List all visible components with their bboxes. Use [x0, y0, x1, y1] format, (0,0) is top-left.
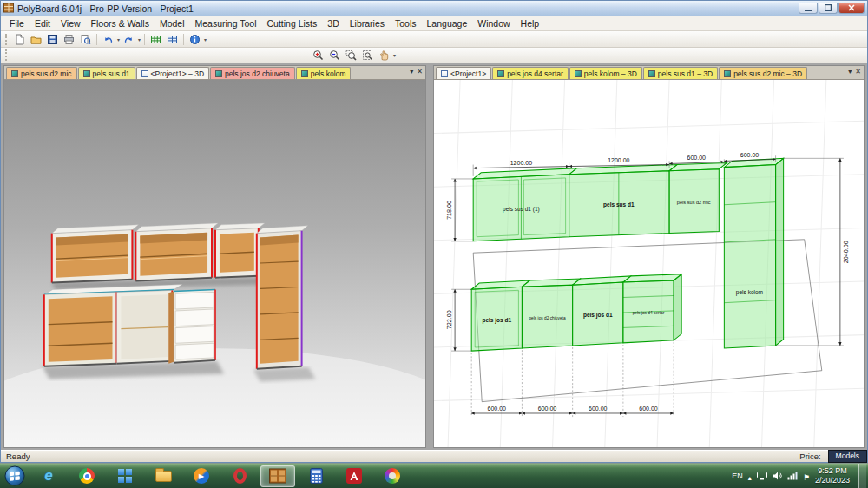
tab-label: pels kolom [311, 69, 346, 78]
taskbar-clock[interactable]: 9:52 PM 2/20/2023 [815, 466, 850, 485]
print-preview-icon[interactable] [77, 32, 94, 47]
language-indicator[interactable]: EN [732, 472, 743, 480]
tab-pels-jos-d2-chiuveta[interactable]: pels jos d2 chiuveta [210, 67, 295, 79]
volume-icon[interactable] [773, 472, 782, 480]
render-3d-viewport[interactable] [4, 80, 425, 447]
windows-app-button[interactable] [108, 465, 142, 487]
display-icon[interactable] [757, 472, 767, 480]
toolbar-options-dropdown[interactable] [203, 36, 207, 43]
pan-hand-icon[interactable] [376, 48, 392, 63]
zoom-window-icon[interactable] [343, 48, 359, 63]
materials-grid-icon[interactable] [164, 32, 181, 47]
cabinet-jos-d1-1[interactable]: pels jos d1 [471, 280, 529, 351]
dim-label: 600.00 [488, 406, 507, 412]
cabinet-sus-d2-mic[interactable]: pels sus d2 mic [669, 162, 727, 233]
open-folder-icon[interactable] [28, 32, 44, 47]
dimension-bottom: 600.00 600.00 600.00 600.00 [471, 342, 674, 417]
tab-pels-sus-d2-mic[interactable]: pels sus d2 mic [6, 67, 77, 79]
toolbar-grip[interactable] [5, 49, 8, 61]
cabinet-label: pels sus d2 mic [677, 200, 711, 205]
image-editor-button[interactable] [375, 465, 410, 487]
internet-explorer-button[interactable] [31, 465, 66, 487]
cutting-list-table-icon[interactable] [148, 32, 164, 47]
action-center-flag-icon[interactable] [803, 468, 810, 484]
new-document-icon[interactable] [11, 32, 28, 47]
cabinet-jos-d4-sertar[interactable]: pels jos d4 sertar [623, 274, 681, 343]
tab-label: pels sus d1 [93, 69, 130, 78]
calculator-button[interactable] [299, 465, 333, 487]
cabinet-kolom[interactable]: pels kolom [724, 158, 783, 348]
save-icon[interactable] [44, 32, 61, 47]
left-view-close-button[interactable] [417, 68, 423, 76]
tab-label: pels sus d2 mic – 3D [733, 69, 802, 78]
cabinet-icon [497, 70, 504, 77]
menu-measuring-tool[interactable]: Measuring Tool [190, 16, 262, 30]
tab-pels-sus-d2-mic-3d[interactable]: pels sus d2 mic – 3D [719, 67, 807, 79]
undo-icon[interactable] [100, 32, 116, 47]
redo-dropdown[interactable] [137, 36, 141, 43]
zoom-extents-icon[interactable] [359, 48, 376, 63]
cabinet-sus-d1-1[interactable]: pels sus d1 (1) [473, 168, 576, 241]
print-icon[interactable] [61, 32, 77, 47]
price-label: Price: [799, 452, 820, 461]
start-button[interactable] [0, 464, 30, 488]
adobe-reader-button[interactable] [337, 465, 372, 487]
network-icon[interactable] [787, 472, 798, 480]
maximize-button[interactable] [819, 3, 838, 14]
chrome-button[interactable] [69, 465, 104, 487]
toolbar-separator [183, 34, 184, 45]
document-icon [141, 70, 148, 77]
render-3d-canvas[interactable] [4, 80, 425, 447]
elevation-canvas[interactable]: pels sus d1 (1) pels sus d1 pels sus d2 … [434, 80, 864, 447]
menu-tools[interactable]: Tools [390, 16, 422, 30]
elevation-viewport[interactable]: pels sus d1 (1) pels sus d1 pels sus d2 … [434, 80, 864, 447]
minimize-button[interactable] [799, 3, 818, 14]
tab-pels-kolom-3d[interactable]: pels kolom – 3D [569, 67, 642, 79]
cabinet-jos-d1-2[interactable]: pels jos d1 [573, 276, 631, 346]
file-explorer-button[interactable] [146, 465, 181, 487]
opera-button[interactable] [222, 465, 257, 487]
redo-icon[interactable] [121, 32, 137, 47]
media-player-button[interactable] [184, 465, 219, 487]
menu-model[interactable]: Model [155, 16, 190, 30]
dim-label: 600.00 [538, 406, 557, 412]
main-toolbar [1, 31, 867, 48]
menu-language[interactable]: Language [422, 16, 473, 30]
menu-help[interactable]: Help [516, 16, 545, 30]
right-view-close-button[interactable] [855, 68, 861, 76]
zoom-in-icon[interactable] [310, 48, 326, 63]
menu-edit[interactable]: Edit [30, 16, 56, 30]
hidden-icons-chevron-icon[interactable] [748, 468, 752, 484]
show-desktop-button[interactable] [858, 464, 866, 488]
menu-view[interactable]: View [56, 16, 86, 30]
menu-libraries[interactable]: Libraries [345, 16, 390, 30]
right-tabstrip: <Project1> pels jos d4 sertar pels kolom… [434, 66, 864, 80]
tab-pels-kolom[interactable]: pels kolom [296, 67, 352, 79]
tab-pels-sus-d1-3d[interactable]: pels sus d1 – 3D [643, 67, 718, 79]
cabinet-label: pels jos d1 [482, 317, 511, 324]
menubar: File Edit View Floors & Walls Model Meas… [1, 16, 867, 31]
close-button[interactable] [838, 3, 865, 14]
zoom-out-icon[interactable] [326, 48, 343, 63]
app-icon [3, 3, 14, 15]
right-view-menu-button[interactable] [848, 68, 852, 76]
menu-window[interactable]: Window [472, 16, 515, 30]
cabinet-icon [724, 70, 731, 77]
internet-explorer-icon [44, 467, 52, 485]
info-icon[interactable] [187, 32, 203, 47]
cabinet-sus-d1-2[interactable]: pels sus d1 [569, 165, 678, 237]
zoom-dropdown[interactable] [392, 52, 397, 58]
menu-3d[interactable]: 3D [322, 16, 344, 30]
tab-pels-sus-d1[interactable]: pels sus d1 [78, 67, 135, 79]
models-badge[interactable]: Models [828, 450, 867, 463]
tab-project1[interactable]: <Project1> [436, 67, 491, 79]
toolbar-grip[interactable] [5, 34, 8, 45]
menu-floors-walls[interactable]: Floors & Walls [86, 16, 155, 30]
polyboard-taskbar-button[interactable] [260, 465, 295, 487]
cabinet-jos-d2-chiuveta[interactable]: pels jos d2 chiuveta [522, 279, 580, 348]
left-view-menu-button[interactable] [410, 68, 413, 76]
tab-pels-jos-d4-sertar[interactable]: pels jos d4 sertar [492, 67, 569, 79]
tab-project1-3d[interactable]: <Project1> – 3D [136, 67, 209, 79]
menu-cutting-lists[interactable]: Cutting Lists [262, 16, 323, 30]
menu-file[interactable]: File [4, 16, 30, 30]
